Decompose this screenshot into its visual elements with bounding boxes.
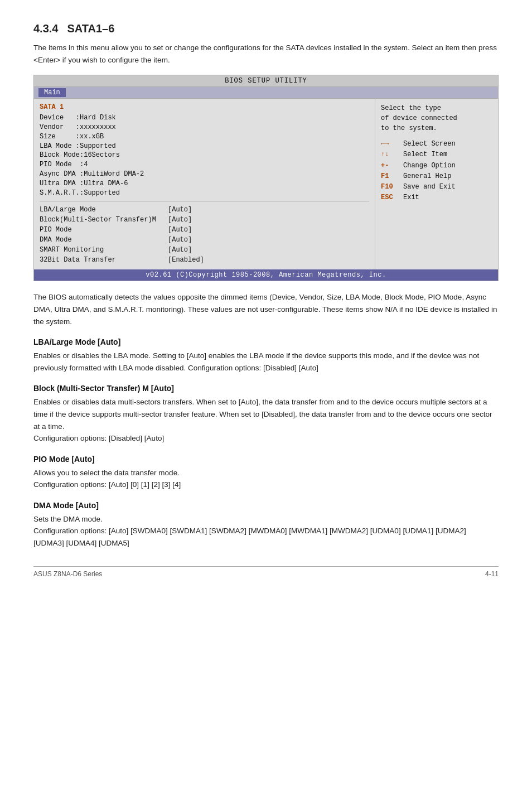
bios-key-screen: ←→ Select Screen <box>381 139 492 149</box>
bios-divider <box>40 201 369 201</box>
bios-info-ultra: Ultra DMA :Ultra DMA-6 <box>40 179 369 189</box>
section-number: 4.3.4 <box>33 22 58 35</box>
bios-help-text: Select the typeof device connectedto the… <box>381 103 492 133</box>
bios-box: BIOS SETUP UTILITY Main SATA 1 Device :H… <box>33 75 499 281</box>
bios-key-f1: F1 General Help <box>381 171 492 182</box>
footer-left: ASUS Z8NA-D6 Series <box>33 570 102 578</box>
sub-heading-pio: PIO Mode [Auto] <box>33 455 499 464</box>
bios-info-lba: LBA Mode :Supported <box>40 142 369 151</box>
sub-heading-dma: DMA Mode [Auto] <box>33 501 499 510</box>
bios-info-smart: S.M.A.R.T.:Supported <box>40 189 369 198</box>
bios-info-async: Async DMA :MultiWord DMA-2 <box>40 170 369 179</box>
bios-option-dma[interactable]: DMA Mode [Auto] <box>40 235 369 245</box>
section-name: SATA1–6 <box>67 22 114 35</box>
bios-option-block[interactable]: Block(Multi-Sector Transfer)M [Auto] <box>40 215 369 225</box>
sub-text-pio: Allows you to select the data transfer m… <box>33 467 499 491</box>
subsections: LBA/Large Mode [Auto] Enables or disable… <box>33 337 499 549</box>
auto-detect-note: The BIOS automatically detects the value… <box>33 291 499 327</box>
bios-tab-bar: Main <box>34 87 498 99</box>
bios-info-vendor: Vendor :xxxxxxxxx <box>40 123 369 132</box>
footer-right: 4-11 <box>485 570 499 578</box>
bios-option-32bit[interactable]: 32Bit Data Transfer [Enabled] <box>40 255 369 265</box>
page-footer: ASUS Z8NA-D6 Series 4-11 <box>33 566 499 578</box>
bios-tab-main[interactable]: Main <box>38 88 66 97</box>
bios-options: LBA/Large Mode [Auto] Block(Multi-Sector… <box>40 205 369 265</box>
bios-sata-title: SATA 1 <box>40 103 369 111</box>
bios-info-lines: Device :Hard Disk Vendor :xxxxxxxxx Size… <box>40 113 369 197</box>
bios-option-smart[interactable]: SMART Monitoring [Auto] <box>40 245 369 255</box>
bios-key-legend: ←→ Select Screen ↑↓ Select Item +- Chang… <box>381 139 492 203</box>
bios-right-panel: Select the typeof device connectedto the… <box>375 99 498 269</box>
bios-info-pio: PIO Mode :4 <box>40 160 369 170</box>
intro-text: The items in this menu allow you to set … <box>33 42 499 66</box>
section-title: 4.3.4 SATA1–6 <box>33 22 499 35</box>
sub-text-block: Enables or disables data multi-sectors t… <box>33 396 499 444</box>
bios-key-item: ↑↓ Select Item <box>381 149 492 160</box>
bios-info-size: Size :xx.xGB <box>40 132 369 142</box>
bios-option-pio[interactable]: PIO Mode [Auto] <box>40 225 369 235</box>
bios-header: BIOS SETUP UTILITY <box>34 75 498 87</box>
sub-text-dma: Sets the DMA mode.Configuration options:… <box>33 513 499 549</box>
bios-key-f10: F10 Save and Exit <box>381 182 492 192</box>
bios-body: SATA 1 Device :Hard Disk Vendor :xxxxxxx… <box>34 99 498 269</box>
sub-text-lba: Enables or disables the LBA mode. Settin… <box>33 350 499 374</box>
bios-key-option: +- Change Option <box>381 161 492 171</box>
sub-heading-lba: LBA/Large Mode [Auto] <box>33 337 499 346</box>
bios-info-block: Block Mode:16Sectors <box>40 151 369 160</box>
sub-heading-block: Block (Multi-Sector Transfer) M [Auto] <box>33 384 499 393</box>
bios-option-lba[interactable]: LBA/Large Mode [Auto] <box>40 205 369 215</box>
bios-footer: v02.61 (C)Copyright 1985-2008, American … <box>34 269 498 281</box>
bios-info-device: Device :Hard Disk <box>40 113 369 123</box>
bios-left-panel: SATA 1 Device :Hard Disk Vendor :xxxxxxx… <box>34 99 375 269</box>
bios-key-esc: ESC Exit <box>381 192 492 203</box>
